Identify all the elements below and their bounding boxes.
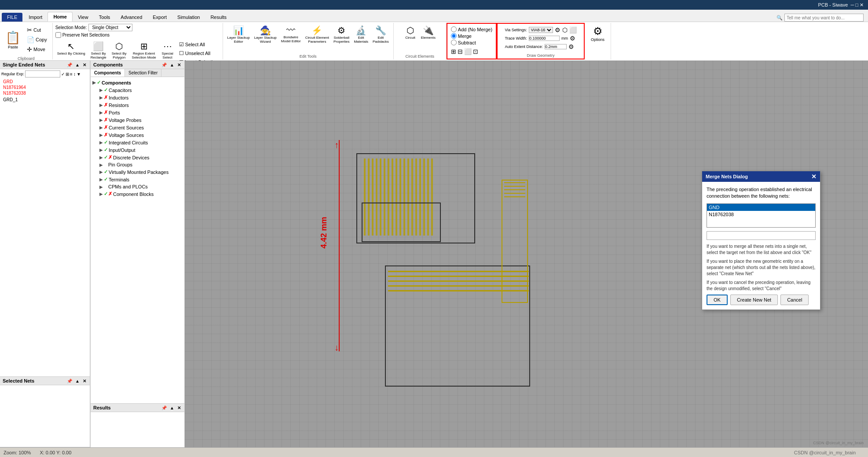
tree-cpms-plocs[interactable]: ▶ CPMs and PLOCs: [92, 183, 183, 190]
unselect-all-button[interactable]: ☐ Unselect All: [177, 49, 220, 57]
subtract-radio-label[interactable]: Subtract: [451, 40, 492, 45]
comp-float-btn[interactable]: ▲: [169, 63, 175, 67]
dialog-body: The preceding operation established an e…: [702, 182, 820, 310]
selected-nets-close-btn[interactable]: ✕: [82, 379, 87, 383]
edit-padstacks-button[interactable]: 🔧 EditPadstacks: [371, 24, 391, 45]
trace-width-input[interactable]: [529, 36, 560, 41]
circuit-elem-btn[interactable]: ⬡ Circuit: [403, 24, 418, 41]
title-bar: PCB - Siwave ─ □ ✕: [0, 0, 868, 10]
subtract-radio[interactable]: [451, 40, 457, 45]
tab-results[interactable]: Results: [205, 13, 232, 22]
circuit-element-parameters-button[interactable]: ⚡ Circuit ElementParameters: [304, 24, 331, 45]
net-item-grd1[interactable]: GRD_1: [1, 97, 88, 103]
nets-close-btn[interactable]: ✕: [82, 63, 87, 67]
tab-components[interactable]: Components: [91, 69, 125, 77]
selected-nets-pin-btn[interactable]: 📌: [66, 379, 73, 383]
cancel-button[interactable]: Cancel: [780, 295, 809, 305]
filter-icon[interactable]: ▼: [77, 72, 81, 77]
comp-pin-btn[interactable]: 📌: [161, 63, 168, 67]
tab-home[interactable]: Home: [48, 12, 73, 22]
grid-icon[interactable]: ⊞: [66, 72, 69, 77]
tab-import[interactable]: Import: [23, 13, 48, 22]
tree-terminals[interactable]: ▶ ✓ Terminals: [92, 176, 183, 183]
net-item-n18761964[interactable]: N18761964: [1, 85, 88, 90]
dialog-close-btn[interactable]: ✕: [811, 173, 817, 180]
select-all-button[interactable]: ☑ Select All: [177, 41, 220, 48]
region-extent-button[interactable]: ⊞ Region ExtentSelection Mode: [130, 40, 158, 61]
auto-extent-input[interactable]: [545, 44, 567, 49]
tree-capacitors[interactable]: ▶ ✓ Capacitors: [92, 86, 183, 94]
options-button[interactable]: ⚙ Options: [589, 24, 606, 43]
selected-nets-float-btn[interactable]: ▲: [74, 379, 81, 383]
tree-root[interactable]: ▶ ✓ Components: [92, 79, 183, 86]
select-by-polygon-button[interactable]: ⬡ Select ByPolygon: [110, 40, 128, 61]
edit-materials-button[interactable]: 🔬 EditMaterials: [352, 24, 370, 45]
tab-file[interactable]: FILE: [2, 13, 22, 22]
paste-button[interactable]: 📋 Paste: [3, 24, 23, 55]
selection-mode-dropdown[interactable]: Single Object: [88, 24, 132, 31]
create-new-net-button[interactable]: Create New Net: [730, 295, 778, 305]
special-select-button[interactable]: ⋯ SpecialSelect: [160, 40, 176, 61]
sort-icon[interactable]: ↕: [73, 72, 76, 77]
net-n18762038-item[interactable]: N18762038: [707, 211, 815, 218]
tree-discrete-devices[interactable]: ▶ ✓ ✗ Discrete Devices: [92, 154, 183, 161]
tree-inductors[interactable]: ▶ ✗ Inductors: [92, 94, 183, 101]
minimize-btn[interactable]: ─: [850, 2, 854, 7]
regex-input[interactable]: [25, 70, 60, 77]
tree-integrated-circuits[interactable]: ▶ ✓ Integrated Circuits: [92, 139, 183, 146]
bondwire-model-editor-button[interactable]: 〰 BondwireModel Editor: [279, 24, 303, 44]
tab-simulation[interactable]: Simulation: [172, 13, 205, 22]
add-no-merge-radio-label[interactable]: Add (No Merge): [451, 26, 492, 32]
single-ended-nets-panel: Single Ended Nets 📌 ▲ ✕ Regular Exp: ✓ ⊞…: [0, 61, 90, 377]
circuit-elem-btn2[interactable]: 🔌 Elements: [419, 24, 437, 41]
tab-tools[interactable]: Tools: [94, 13, 116, 22]
net-name-input[interactable]: [707, 231, 816, 240]
layer-stackup-wizard-button[interactable]: 🧙 Layer StackupWizard: [253, 24, 278, 45]
tree-resistors[interactable]: ▶ ✗ Resistors: [92, 101, 183, 109]
layer-stackup-editor-button[interactable]: 📊 Layer StackupEditor: [226, 24, 252, 45]
cut-button[interactable]: ✂ Cut: [25, 26, 49, 34]
tree-ports[interactable]: ▶ ✗ Ports: [92, 109, 183, 116]
via-dropdown[interactable]: VIA8-16: [529, 27, 553, 33]
net-gnd-item[interactable]: GND: [707, 204, 815, 211]
check-icon[interactable]: ✓: [61, 72, 65, 77]
close-btn[interactable]: ✕: [860, 2, 864, 8]
search-input[interactable]: [784, 14, 864, 22]
move-button[interactable]: ✛ Move: [25, 45, 49, 54]
tree-virtually-mounted[interactable]: ▶ ✓ Virtually Mounted Packages: [92, 168, 183, 176]
tab-selection-filter[interactable]: Selection Filter: [125, 69, 161, 77]
single-ended-nets-title: Single Ended Nets: [3, 62, 45, 67]
preserve-nets-checkbox[interactable]: [55, 32, 61, 38]
tree-input-output[interactable]: ▶ ✓ Input/Output: [92, 146, 183, 154]
tree-component-blocks[interactable]: ▶ ✓ ✗ Component Blocks: [92, 190, 183, 198]
list-icon[interactable]: ≡: [70, 72, 73, 77]
tree-current-sources[interactable]: ▶ ✗ Current Sources: [92, 124, 183, 131]
tree-voltage-probes[interactable]: ▶ ✗ Voltage Probes: [92, 116, 183, 124]
solderball-properties-button[interactable]: ⚙ SolderballProperties: [332, 24, 351, 45]
tree-voltage-sources[interactable]: ▶ ✗ Voltage Sources: [92, 131, 183, 139]
results-close-btn[interactable]: ✕: [176, 405, 182, 410]
ok-button[interactable]: OK: [707, 295, 728, 305]
search-bar[interactable]: 🔍: [776, 14, 868, 22]
nets-float-btn[interactable]: ▲: [74, 63, 81, 67]
select-by-clicking-button[interactable]: ↖ Select By Clicking: [55, 40, 87, 57]
select-by-rectangle-button[interactable]: ⬜ Select ByRectangle: [89, 40, 108, 61]
net-item-grd[interactable]: GRD: [1, 79, 88, 85]
tab-advanced[interactable]: Advanced: [115, 13, 147, 22]
comp-close-btn[interactable]: ✕: [176, 63, 182, 67]
status-zoom: Zoom: 100%: [4, 450, 31, 455]
merge-radio-label[interactable]: Merge: [451, 33, 492, 39]
tab-view[interactable]: View: [73, 13, 94, 22]
results-float-btn[interactable]: ▲: [169, 405, 175, 410]
merge-radio[interactable]: [451, 33, 457, 39]
net-item-n18762038[interactable]: N18762038: [1, 90, 88, 96]
maximize-btn[interactable]: □: [855, 2, 858, 7]
single-ended-nets-header: Single Ended Nets 📌 ▲ ✕: [0, 61, 90, 69]
add-no-merge-radio[interactable]: [451, 26, 457, 32]
pcb-canvas[interactable]: ↑ ↓ 4.42 mm: [185, 61, 868, 447]
tab-export[interactable]: Export: [147, 13, 172, 22]
copy-button[interactable]: 📄 Copy: [25, 35, 49, 44]
nets-pin-btn[interactable]: 📌: [66, 63, 73, 67]
tree-pin-groups[interactable]: ▶ Pin Groups: [92, 161, 183, 168]
results-pin-btn[interactable]: 📌: [161, 405, 168, 410]
